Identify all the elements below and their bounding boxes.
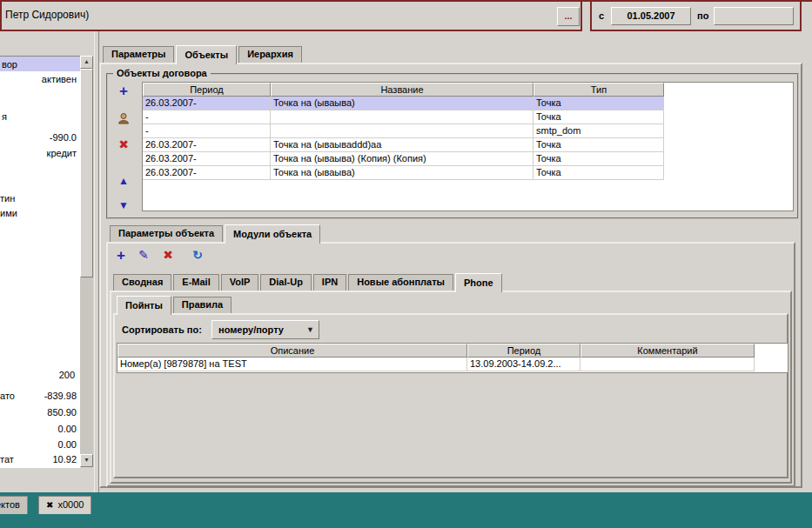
table-row[interactable]: 26.03.2007- Точка на (ываываddd)aa Точка: [143, 138, 793, 152]
tree-item[interactable]: вор: [2, 58, 17, 70]
cell[interactable]: Точка: [534, 166, 664, 180]
cell[interactable]: Точка: [534, 152, 664, 166]
col-tip[interactable]: Тип: [534, 83, 664, 97]
sidebar-scrollbar[interactable]: ▲ ▼: [80, 56, 93, 467]
cell[interactable]: Точка: [534, 138, 664, 152]
tree-item[interactable]: тат: [0, 453, 14, 465]
cell[interactable]: 26.03.2007-: [143, 138, 271, 152]
tree-item[interactable]: тин: [0, 192, 15, 204]
tab-new-abon[interactable]: Новые абонплаты: [348, 274, 453, 291]
contract-tree-list: вор активен я -990.0 кредит тин ими 200 …: [0, 56, 80, 468]
tree-value[interactable]: 0.00: [58, 438, 77, 451]
cell[interactable]: 26.03.2007-: [143, 152, 271, 166]
tree-value[interactable]: кредит: [47, 147, 77, 159]
scroll-down-button[interactable]: ▼: [80, 454, 93, 467]
tab-voip[interactable]: VoIP: [221, 274, 259, 291]
tree-item[interactable]: ими: [0, 207, 17, 219]
cell[interactable]: [580, 358, 755, 371]
period-from-field[interactable]: 01.05.2007: [611, 7, 691, 25]
cell[interactable]: [271, 124, 534, 138]
tree-value[interactable]: -990.0: [50, 131, 77, 144]
scroll-up-icon: ▲: [84, 58, 90, 64]
tab-dialup[interactable]: Dial-Up: [260, 274, 312, 291]
period-header-panel: с 01.05.2007 по: [590, 0, 802, 31]
tab-email[interactable]: E-Mail: [173, 274, 218, 291]
tab-obekty[interactable]: Объекты: [176, 45, 237, 64]
delete-object-icon[interactable]: ✖: [116, 137, 131, 153]
points-table-header: Описание Период Комментарий: [117, 344, 788, 358]
scroll-up-button[interactable]: ▲: [80, 56, 93, 69]
more-button[interactable]: ...: [557, 7, 580, 26]
bottom-tab-contract-label: x0000: [57, 499, 84, 510]
table-row[interactable]: - Точка: [143, 110, 793, 124]
col-period2[interactable]: Период: [467, 344, 580, 358]
chevron-down-icon: ▼: [306, 321, 314, 338]
tab-points[interactable]: Пойнты: [117, 296, 171, 315]
tab-rules[interactable]: Правила: [173, 297, 232, 313]
tree-value[interactable]: 200: [59, 369, 75, 381]
col-opisanie[interactable]: Описание: [117, 344, 467, 358]
table-row[interactable]: 26.03.2007- Точка на (ываыва) Точка: [143, 97, 793, 110]
col-period[interactable]: Период: [143, 83, 271, 97]
cell[interactable]: -: [143, 124, 271, 138]
scroll-thumb[interactable]: [80, 69, 93, 277]
tree-value[interactable]: 0.00: [58, 423, 77, 435]
cell[interactable]: Точка на (ываыва): [271, 166, 534, 180]
tab-phone[interactable]: Phone: [455, 273, 502, 292]
module-edit-icon[interactable]: ✎: [136, 248, 151, 264]
cell[interactable]: Точка на (ываыва): [271, 97, 534, 110]
bottom-tab-contract[interactable]: ✖x0000: [38, 496, 91, 514]
move-down-icon[interactable]: ▼: [116, 198, 131, 214]
contract-header-panel: Петр Сидорович) ...: [0, 0, 582, 31]
cell[interactable]: Точка: [534, 110, 664, 124]
objects-groupbox-title: Объекты договора: [113, 68, 211, 78]
col-comment[interactable]: Комментарий: [580, 344, 755, 358]
tab-parametry[interactable]: Параметры: [103, 46, 174, 63]
close-icon[interactable]: ✖: [46, 500, 53, 510]
table-row[interactable]: 26.03.2007- Точка на (ываыва) (Копия) (К…: [143, 152, 793, 166]
module-delete-icon[interactable]: ✖: [160, 248, 176, 264]
cell[interactable]: Точка на (ываываddd)aa: [271, 138, 534, 152]
module-tabs: Сводная E-Mail VoIP Dial-Up IPN Новые аб…: [113, 273, 502, 291]
sort-combobox[interactable]: номеру/порту ▼: [211, 320, 319, 339]
tab-object-params[interactable]: Параметры объекта: [110, 225, 223, 242]
refresh-icon[interactable]: ↻: [190, 248, 205, 264]
bottom-bar: ектов ✖x0000: [0, 492, 812, 528]
app-window: Петр Сидорович) ... с 01.05.2007 по вор …: [0, 0, 812, 528]
objects-table-viewport: Период Название Тип 26.03.2007- Точка на…: [142, 82, 794, 211]
phone-tabs: Пойнты Правила: [117, 296, 232, 313]
move-up-icon[interactable]: ▲: [116, 174, 131, 190]
bottom-tab-search[interactable]: ектов: [0, 496, 28, 514]
cell[interactable]: smtp_dom: [534, 124, 664, 138]
cell[interactable]: 26.03.2007-: [143, 166, 271, 180]
tree-item[interactable]: я: [2, 110, 7, 123]
table-row[interactable]: - smtp_dom: [143, 124, 793, 138]
cell[interactable]: Точка на (ываыва) (Копия) (Копия): [271, 152, 534, 166]
col-nazvanie[interactable]: Название: [271, 83, 534, 97]
tree-item[interactable]: ато: [0, 390, 15, 402]
tree-value[interactable]: активен: [42, 73, 77, 85]
cell[interactable]: 13.09.2003-14.09.2...: [467, 358, 580, 371]
tab-ierarhia[interactable]: Иерархия: [238, 46, 302, 63]
cell[interactable]: -: [143, 110, 271, 124]
tree-value[interactable]: -839.98: [44, 390, 77, 402]
cell[interactable]: 26.03.2007-: [143, 97, 271, 110]
cell[interactable]: Номер(а) [9879878] на TEST: [117, 358, 467, 371]
table-row[interactable]: Номер(а) [9879878] на TEST 13.09.2003-14…: [117, 358, 788, 371]
module-add-icon[interactable]: +: [113, 248, 129, 264]
tree-value[interactable]: 10.92: [52, 453, 77, 465]
tree-selected-row[interactable]: вор: [0, 57, 80, 71]
cell[interactable]: [271, 110, 534, 124]
add-object-icon[interactable]: +: [116, 84, 131, 99]
tree-value[interactable]: 850.90: [47, 406, 77, 418]
period-to-field[interactable]: [714, 7, 794, 25]
period-from-label: с: [599, 10, 604, 21]
cell[interactable]: Точка: [534, 97, 664, 110]
tab-svodnaya[interactable]: Сводная: [113, 274, 171, 291]
main-tabs: Параметры Объекты Иерархия: [103, 45, 302, 63]
tab-object-modules[interactable]: Модули объекта: [225, 224, 320, 244]
table-row[interactable]: 26.03.2007- Точка на (ываыва) Точка: [143, 166, 793, 180]
bottom-tab-search-label: ектов: [0, 499, 20, 510]
person-icon[interactable]: [116, 111, 131, 127]
tab-ipn[interactable]: IPN: [313, 274, 346, 291]
